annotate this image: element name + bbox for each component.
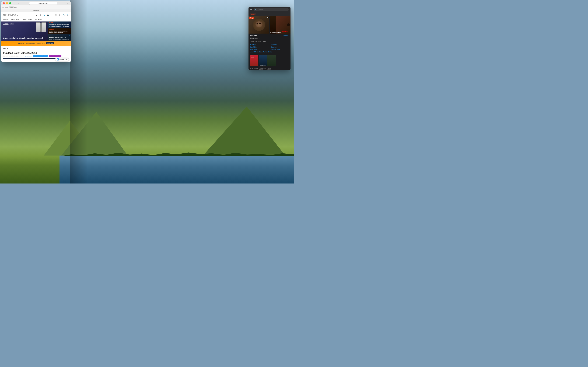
shop-now-button[interactable]: Shop Now [46,42,54,44]
facebook-icon[interactable]: f [39,14,42,17]
hero-side-item-2[interactable]: 9to5Mac Listen to the latest 9to5Mac Hap… [48,28,71,34]
itunes-extras-link[interactable]: Learn More About iTunes Extras [250,51,289,53]
add-tab-button[interactable]: + [67,2,69,5]
dogs-movie-thumb[interactable]: Dogs 4K [249,16,269,33]
support-link[interactable]: Support [271,46,289,48]
back-button[interactable]: ‹ [14,2,17,5]
browser-titlebar: ‹ › 9to5mac.com + [1,1,71,5]
article-count: 293 [14,6,17,8]
five-movie-label: Five-Movie Bundle [270,32,281,33]
purchased-link[interactable]: Purchased [250,48,268,50]
dollar-icon[interactable]: $ [59,14,61,17]
nav-music[interactable]: Music ▾ [38,19,43,21]
my-wish-list-link[interactable]: My Wish List [271,48,289,50]
mission-movie-thumb[interactable]: MISSIC Five-Movie Bundle › [270,16,291,33]
hero-side-item-1[interactable]: 9to5Mac Compared: Huawei MateBook X Pro … [48,22,71,28]
follow-icon [57,58,59,60]
search-icon[interactable]: 🔍 [66,14,69,17]
article-section: 9to5Mac Daily: June 29, 2018 Zac Hall Ju… [1,50,71,59]
follow-icon-shape [57,59,59,60]
nav-iphone[interactable]: iPhone [22,19,26,21]
article-tag-daily[interactable]: 9TO5MAC DAILY PODCAST [33,55,48,57]
mountain-background [44,103,294,156]
movies-dropdown[interactable]: Movies ▾ [250,34,258,37]
article-date: Jun. 29th 2018 12:46 pm PT [9,55,24,57]
mountain-shape [203,107,285,156]
hero-section: Current New Apple rebuilding Maps in mas… [1,22,71,41]
badge-new[interactable]: New [10,23,14,25]
hero-title: Apple rebuilding Maps in massive overhau… [3,37,43,39]
twitter-icon[interactable]: 🐦 [43,14,46,17]
movie-card-tomb[interactable] [268,55,276,66]
featured-movie-area: Dogs 4K [249,16,291,33]
today-label: TODAY [3,47,9,49]
nav-mac[interactable]: Mac ▾ [11,19,15,21]
redeem-link[interactable]: Redeem [250,43,268,46]
side-article-title-1: Compared: Huawei MateBook X Pro vs MacBo… [49,24,70,27]
pacific-rim-info: Pacific Rim: Uprising [259,67,267,70]
hero-side-item-3[interactable]: Review: Sonos Beam, the smart and compac… [48,34,71,41]
account-link[interactable]: Account [271,43,289,46]
store-tab[interactable]: Store [249,12,291,16]
logo-dropdown[interactable]: ▾ [17,15,18,17]
comment-icon[interactable]: 💬 [55,14,57,17]
follow-button[interactable]: Follow [60,58,65,60]
side-logo-1: 9to5Mac [49,22,70,23]
dogs-illustration [249,16,269,33]
dog-eye-right [259,23,261,25]
forward-button[interactable]: › [17,2,20,5]
store-label: Store [250,13,256,15]
desktop: ‹ › 9to5mac.com + My Sites Reader 293 Fa… [0,0,294,184]
article-author: Zac Hall [3,55,8,57]
tomb-raider-title: Tomb [268,67,276,69]
favorites-label: Favorites [33,10,39,11]
side-logo-2: 9to5Mac [49,29,70,30]
search-placeholder: Search [258,9,263,10]
send-gift-link[interactable]: Send Gift [250,46,268,48]
phone-mockup-2 [41,22,46,32]
quick-links-panel: MOVIES QUICK LINKS Redeem Account Send G… [249,40,291,54]
close-button[interactable] [3,2,5,4]
scroll-right-button[interactable]: › [287,23,290,26]
youtube-icon[interactable]: ▶ [35,14,38,17]
logo-text: 9TO5 [3,13,10,17]
tools-icon[interactable]: 🔧 [62,14,65,17]
side-scroll[interactable]: › [69,35,70,36]
article-twitter[interactable]: @apollozac [25,55,32,57]
movie-card-love-simon[interactable]: LOVE,SIMON [250,55,258,66]
quick-links-grid: Redeem Account Send Gift Support Purchas… [250,43,289,53]
address-bar[interactable]: 9to5mac.com [29,2,57,5]
article-tag-podcasts[interactable]: 9TO5MAC PODCASTS [49,55,61,57]
follow-bar: Follow ••• [55,58,69,61]
menu-icon[interactable]: ☰ [250,8,252,11]
itunes-search-bar[interactable]: 🔍 Search [254,8,289,11]
hero-side-articles: 9to5Mac Compared: Huawei MateBook X Pro … [48,22,71,41]
search-icon: 🔍 [255,9,257,10]
url-text: 9to5mac.com [38,2,48,4]
site-nav: Guides ▾ Mac ▾ iPad ▾ iPhone Watch TV ▾ … [1,18,71,22]
lake-area [60,156,294,184]
reader-button[interactable]: Reader [9,6,14,8]
site-content: 9TO5Mac ▾ ▶ f 🐦 📷 ⋯ 💬 $ 🔧 🔍 Guides ▾ [1,12,71,59]
dog-eyes [257,23,261,25]
article-title[interactable]: 9to5Mac Daily: June 29, 2018 [3,51,69,55]
maximize-button[interactable] [9,2,11,4]
movie-titles-row-1: Love, Simon Pacific Rim: Uprising Tomb (… [249,67,291,70]
nav-guides[interactable]: Guides ▾ [3,19,9,21]
genres-dropdown[interactable]: All Genres ▾ [250,37,289,39]
more-icon[interactable]: ⋯ [51,14,53,17]
genres-label: All Genres [250,37,258,39]
nav-ipad[interactable]: iPad ▾ [16,19,20,21]
nav-tv[interactable]: TV ▾ [34,19,37,21]
hero-badges: Current New [3,23,14,25]
nav-watch[interactable]: Watch [28,19,32,21]
badge-current[interactable]: Current [3,23,9,25]
genres-section: All Genres ▾ [249,37,291,40]
movie-card-pacific-rim[interactable]: PACIFIC RIM [259,55,267,66]
follow-more-button[interactable]: ••• [65,58,67,60]
instagram-icon[interactable]: 📷 [47,14,50,17]
minimize-button[interactable] [6,2,8,4]
see-all-button[interactable]: See All [284,35,288,36]
my-sites-label: My Sites [2,6,8,8]
browser-nav: ‹ › [14,2,20,5]
